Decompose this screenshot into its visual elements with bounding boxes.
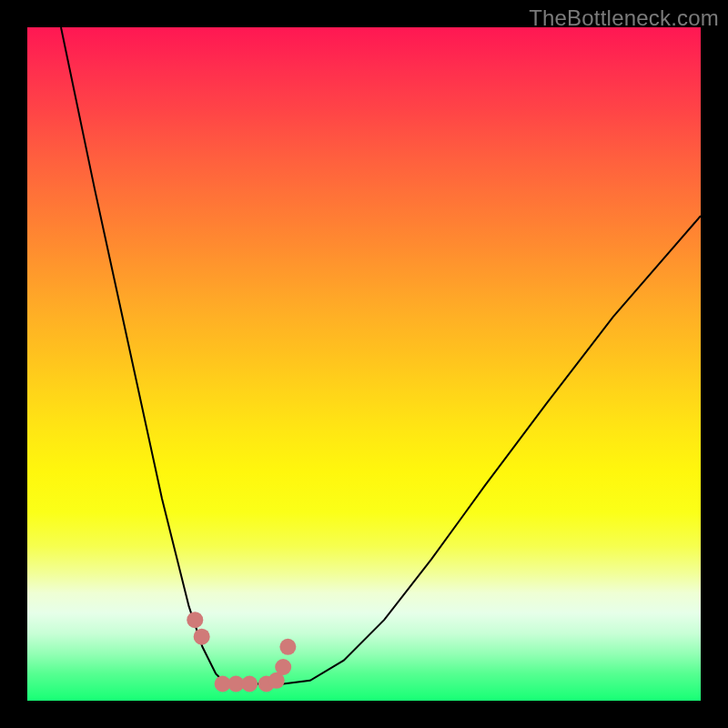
curve-layer	[27, 27, 701, 701]
marker-dot	[194, 629, 210, 645]
marker-dot	[187, 612, 203, 628]
bottleneck-curve	[61, 27, 701, 684]
marker-dot	[275, 659, 291, 675]
marker-group	[187, 612, 296, 692]
plot-area	[27, 27, 701, 701]
chart-frame: TheBottleneck.com	[0, 0, 728, 728]
marker-dot	[241, 676, 258, 693]
marker-dot	[279, 639, 296, 655]
